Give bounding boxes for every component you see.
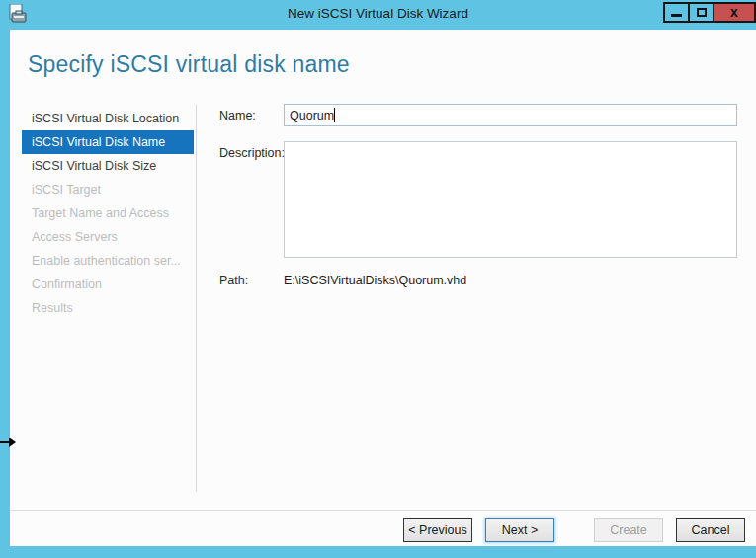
sidebar-item-enable-authentication: Enable authentication ser...: [22, 249, 194, 273]
name-label: Name:: [219, 109, 256, 122]
sidebar-item-iscsi-target: iSCSI Target: [22, 178, 194, 201]
sidebar-item-disk-size[interactable]: iSCSI Virtual Disk Size: [22, 154, 194, 178]
name-field-wrap: [284, 104, 737, 126]
create-button: Create: [594, 518, 663, 542]
path-value: E:\iSCSIVirtualDisks\Quorum.vhd: [284, 274, 466, 287]
sidebar-item-disk-name[interactable]: iSCSI Virtual Disk Name: [22, 130, 194, 154]
window-title: New iSCSI Virtual Disk Wizard: [0, 0, 756, 30]
wizard-content: Specify iSCSI virtual disk name iSCSI Vi…: [10, 30, 756, 546]
window-controls: x: [665, 2, 756, 23]
window-border-bottom: [0, 546, 756, 558]
sidebar-item-target-name-access: Target Name and Access: [22, 201, 194, 225]
window-border-left: [0, 30, 10, 558]
maximize-button[interactable]: [688, 2, 714, 23]
name-input[interactable]: [284, 104, 737, 126]
cancel-button[interactable]: Cancel: [676, 518, 745, 542]
sidebar-item-access-servers: Access Servers: [22, 225, 194, 249]
minimize-icon: [671, 14, 682, 17]
previous-button[interactable]: < Previous: [403, 518, 472, 542]
page-title: Specify iSCSI virtual disk name: [28, 51, 350, 78]
sidebar-item-results: Results: [22, 296, 194, 320]
footer-divider: [10, 510, 756, 511]
next-button[interactable]: Next >: [485, 518, 554, 542]
description-label: Description:: [219, 146, 285, 160]
wizard-step-list: iSCSI Virtual Disk Location iSCSI Virtua…: [22, 107, 194, 320]
minimize-button[interactable]: [663, 2, 690, 23]
sidebar-item-confirmation: Confirmation: [22, 273, 194, 296]
text-caret: [334, 108, 335, 122]
path-label: Path:: [219, 274, 248, 287]
sidebar-item-disk-location[interactable]: iSCSI Virtual Disk Location: [22, 107, 194, 130]
close-icon: x: [730, 4, 738, 21]
maximize-icon: [697, 8, 707, 17]
title-bar: New iSCSI Virtual Disk Wizard x: [0, 0, 756, 30]
cursor-arrow-icon: [0, 435, 18, 450]
footer-buttons: < Previous Next > Create Cancel: [403, 518, 745, 542]
wizard-window: { "window": { "title": "New iSCSI Virtua…: [0, 0, 756, 558]
description-textarea[interactable]: [284, 141, 737, 258]
close-button[interactable]: x: [713, 2, 756, 23]
sidebar-divider: [196, 105, 197, 492]
